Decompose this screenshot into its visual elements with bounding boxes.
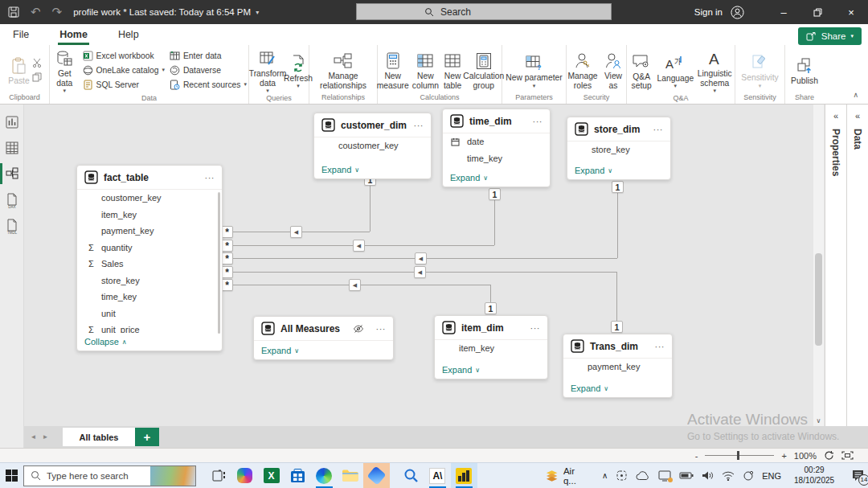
zoom-slider[interactable]	[705, 455, 774, 456]
next-tab-arrow[interactable]: ►	[39, 433, 51, 441]
zoom-level[interactable]: 100%	[794, 451, 817, 461]
dax-query-view-button[interactable]: DAX	[0, 187, 24, 212]
excel-icon[interactable]: X	[258, 463, 285, 488]
expand-panel-icon[interactable]: «	[847, 105, 868, 121]
ring-tray-icon[interactable]	[743, 470, 754, 482]
save-icon[interactable]	[8, 6, 19, 18]
document-title[interactable]: profile work * Last saved: Today at 6:54…	[73, 7, 259, 17]
field-row[interactable]: item_key	[77, 207, 222, 223]
tab-help[interactable]: Help	[117, 26, 141, 45]
zoom-slider-thumb[interactable]	[737, 451, 739, 460]
new-table-button[interactable]: New table	[443, 49, 462, 90]
restore-button[interactable]	[800, 0, 834, 24]
zoom-in-button[interactable]: +	[781, 451, 786, 461]
scrollbar-thumb[interactable]	[815, 253, 822, 346]
notification-center-button[interactable]: 14	[847, 465, 868, 486]
entity-card-all-measures[interactable]: All Measures ··· Expand∨	[253, 316, 394, 360]
report-view-button[interactable]	[0, 109, 24, 135]
entity-card-store-dim[interactable]: store_dim ··· store_key Expand∨	[567, 117, 671, 180]
new-parameter-button[interactable]: ? New parameter▾	[505, 51, 563, 88]
relationship-line-store[interactable]	[617, 185, 618, 258]
expand-panel-icon[interactable]: «	[825, 105, 846, 121]
more-options-icon[interactable]: ···	[530, 323, 541, 333]
task-view-button[interactable]	[206, 463, 232, 488]
language-button[interactable]: A가 Language▾	[658, 51, 692, 89]
transform-data-button[interactable]: Transform data▾	[249, 47, 286, 94]
new-column-button[interactable]: New column	[411, 49, 440, 90]
cast-tray-icon[interactable]	[658, 470, 671, 482]
more-options-icon[interactable]: ···	[414, 121, 424, 130]
clock[interactable]: 00:2918/10/2025	[789, 465, 839, 486]
cut-icon[interactable]	[32, 57, 42, 69]
expand-link[interactable]: Expand∨	[575, 166, 612, 175]
field-row[interactable]: coustomer_key	[77, 190, 222, 207]
share-button[interactable]: Share▾	[798, 27, 862, 45]
field-row[interactable]: payment_key	[563, 359, 672, 375]
zoom-out-button[interactable]: -	[695, 451, 698, 461]
power-bi-icon[interactable]	[451, 463, 477, 488]
sql-server-item[interactable]: SQL Server	[83, 79, 165, 91]
teams-tray-icon[interactable]	[616, 470, 628, 482]
linguistic-schema-button[interactable]: A Linguistic schema▾	[696, 47, 733, 94]
a-app-icon[interactable]: A\	[424, 463, 451, 488]
onedrive-tray-icon[interactable]	[636, 470, 650, 481]
tab-home[interactable]: Home	[58, 26, 89, 45]
field-row[interactable]: time_key	[443, 150, 550, 167]
expand-link[interactable]: Expand∨	[261, 346, 299, 355]
fit-to-screen-icon[interactable]	[841, 451, 854, 460]
edge-icon[interactable]	[311, 463, 338, 488]
entity-header[interactable]: Trans_dim ···	[563, 334, 672, 358]
more-options-icon[interactable]: ···	[653, 125, 664, 134]
expand-link[interactable]: Expand∨	[450, 173, 488, 182]
entity-card-item-dim[interactable]: item_dim ··· item_key Expand∨	[434, 315, 548, 379]
model-canvas[interactable]: * * * * * ◀ ◀ ◀ ◀ ◀ 1 1 1 1 1 fact_table…	[24, 105, 813, 426]
data-panel[interactable]: « Data	[846, 105, 868, 426]
hidden-eye-icon[interactable]	[353, 324, 364, 334]
start-button[interactable]	[0, 463, 23, 488]
new-layout-button[interactable]: +	[135, 428, 159, 446]
relationship-line-time[interactable]	[494, 193, 495, 245]
tab-file[interactable]: File	[11, 26, 31, 45]
get-data-button[interactable]: Get data▾	[51, 47, 78, 94]
tray-chevron-icon[interactable]: ∧	[602, 471, 608, 480]
entity-header[interactable]: fact_table ···	[77, 166, 222, 189]
paste-button[interactable]: Paste	[7, 54, 30, 86]
collapse-ribbon-icon[interactable]: ∧	[853, 91, 858, 99]
entity-card-trans-dim[interactable]: Trans_dim ··· payment_key Expand∨	[563, 334, 673, 398]
tmdl-view-button[interactable]: TMDL	[0, 212, 24, 238]
field-row[interactable]: time_key	[77, 289, 222, 306]
field-row[interactable]: payment_key	[77, 223, 222, 240]
manage-relationships-button[interactable]: Managerelationships	[319, 49, 367, 90]
sensitivity-button[interactable]: Sensitivity▾	[740, 51, 779, 88]
qa-setup-button[interactable]: Q&A setup	[628, 50, 654, 91]
more-options-icon[interactable]: ···	[205, 173, 215, 182]
field-row[interactable]: store_key	[567, 141, 670, 158]
account-icon[interactable]	[731, 6, 744, 19]
battery-tray-icon[interactable]	[679, 471, 694, 480]
more-options-icon[interactable]: ···	[533, 117, 543, 126]
entity-header[interactable]: time_dim ···	[443, 109, 550, 133]
close-button[interactable]: ×	[834, 0, 868, 24]
relationship-line-customer[interactable]	[370, 179, 371, 232]
entity-header[interactable]: item_dim ···	[435, 316, 547, 339]
expand-link[interactable]: Expand∨	[571, 383, 608, 393]
undo-icon[interactable]: ↶	[31, 5, 41, 19]
expand-link[interactable]: Expand∨	[321, 165, 359, 174]
highlighted-app-icon[interactable]	[363, 463, 390, 488]
entity-header[interactable]: customer_dim ···	[314, 113, 431, 137]
search-highlight-image[interactable]	[150, 466, 195, 486]
language-indicator[interactable]: ENG	[762, 471, 781, 481]
model-view-button[interactable]	[0, 161, 24, 187]
prev-tab-arrow[interactable]: ◄	[27, 433, 39, 441]
weather-widget[interactable]: Air q...	[545, 466, 589, 486]
table-view-button[interactable]	[0, 135, 24, 161]
field-row[interactable]: coustomer_key	[314, 137, 431, 154]
field-row[interactable]: store_key	[77, 273, 222, 289]
titlebar-search-input[interactable]: Search	[356, 3, 612, 20]
refresh-button[interactable]: Refresh▾	[288, 51, 309, 89]
dataverse-item[interactable]: Dataverse	[170, 64, 247, 76]
field-row[interactable]: Σquantity	[77, 240, 222, 256]
entity-card-fact-table[interactable]: fact_table ··· coustomer_key item_key pa…	[76, 165, 223, 351]
recent-sources-item[interactable]: Recent sources▾	[170, 79, 247, 91]
enter-data-item[interactable]: Enter data	[170, 50, 247, 62]
